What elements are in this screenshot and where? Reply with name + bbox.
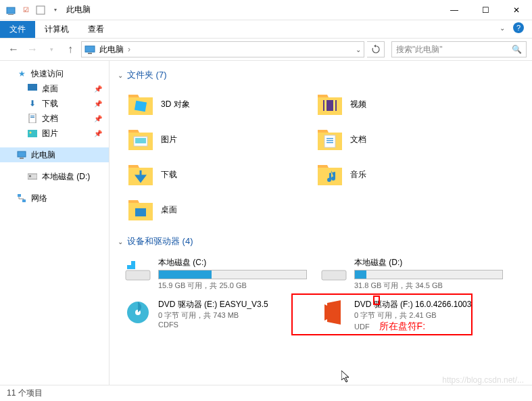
close-button[interactable]: ✕ xyxy=(501,0,532,20)
annotation-box xyxy=(291,293,473,335)
this-pc-icon xyxy=(16,149,27,160)
status-bar: 11 个项目 xyxy=(0,385,532,401)
desktop-icon xyxy=(27,83,38,94)
drive-fs: CDFS xyxy=(158,321,307,329)
minimize-button[interactable]: — xyxy=(439,0,470,20)
search-placeholder: 搜索"此电脑" xyxy=(396,44,443,55)
chevron-down-icon: ⌄ xyxy=(118,72,123,79)
drive-meta: 15.9 GB 可用，共 25.0 GB xyxy=(158,281,307,291)
drive-meta: 0 字节 可用，共 743 MB xyxy=(158,310,307,321)
drive-name: 本地磁盘 (D:) xyxy=(354,257,503,268)
svg-rect-23 xyxy=(324,135,335,147)
folder-icon xyxy=(316,91,343,118)
navigation-pane: ★ 快速访问 桌面 📌 ⬇ 下载 📌 文档 📌 图片 📌 此电脑 xyxy=(0,61,110,385)
window-title: 此电脑 xyxy=(66,4,91,16)
status-item-count: 11 个项目 xyxy=(7,387,43,399)
qat-new-icon[interactable] xyxy=(35,5,46,16)
sidebar-pictures[interactable]: 图片 📌 xyxy=(0,126,109,141)
download-icon: ⬇ xyxy=(27,98,38,109)
svg-rect-25 xyxy=(327,140,333,141)
svg-rect-19 xyxy=(324,100,327,111)
drive-c[interactable]: 本地磁盘 (C:) 15.9 GB 可用，共 25.0 GB xyxy=(118,253,314,295)
svg-rect-27 xyxy=(135,208,146,216)
recent-dropdown-icon[interactable]: ▾ xyxy=(43,41,59,57)
help-icon[interactable]: ? xyxy=(513,22,524,33)
maximize-button[interactable]: ☐ xyxy=(470,0,501,20)
folder-icon xyxy=(127,161,154,188)
address-dropdown-icon[interactable]: ⌄ xyxy=(356,46,361,53)
group-header-folders[interactable]: ⌄ 文件夹 (7) xyxy=(118,69,524,81)
svg-rect-28 xyxy=(126,270,150,280)
drive-usage-bar xyxy=(158,270,307,279)
drive-meta: 31.8 GB 可用，共 34.5 GB xyxy=(354,281,503,291)
tab-computer[interactable]: 计算机 xyxy=(35,21,78,38)
sidebar-desktop[interactable]: 桌面 📌 xyxy=(0,81,109,96)
svg-rect-14 xyxy=(29,175,31,177)
search-input[interactable]: 搜索"此电脑" 🔍 xyxy=(391,41,527,57)
disk-icon xyxy=(320,257,347,284)
main-area: ★ 快速访问 桌面 📌 ⬇ 下载 📌 文档 📌 图片 📌 此电脑 xyxy=(0,61,532,385)
folder-videos[interactable]: 视频 xyxy=(307,87,496,122)
svg-rect-8 xyxy=(30,117,34,118)
folder-documents[interactable]: 文档 xyxy=(307,122,496,157)
up-button[interactable]: ↑ xyxy=(62,41,78,57)
svg-rect-24 xyxy=(327,138,333,139)
search-icon[interactable]: 🔍 xyxy=(512,45,522,54)
cursor-icon xyxy=(341,371,352,384)
back-button[interactable]: ← xyxy=(5,41,22,57)
sidebar-local-d[interactable]: 本地磁盘 (D:) xyxy=(0,169,109,184)
group-header-devices[interactable]: ⌄ 设备和驱动器 (4) xyxy=(118,235,524,247)
breadcrumb-sep[interactable]: › xyxy=(128,45,130,54)
sidebar-quick-access[interactable]: ★ 快速访问 xyxy=(0,66,109,81)
svg-rect-17 xyxy=(135,101,147,112)
network-icon xyxy=(16,193,27,204)
this-pc-icon xyxy=(84,44,95,55)
folder-3d-objects[interactable]: 3D 对象 xyxy=(118,87,307,122)
drive-e[interactable]: DVD 驱动器 (E:) EASYU_V3.5 0 字节 可用，共 743 MB… xyxy=(118,295,314,337)
svg-rect-7 xyxy=(30,116,34,116)
window-controls: — ☐ ✕ xyxy=(439,0,532,20)
refresh-button[interactable] xyxy=(367,41,385,57)
svg-rect-9 xyxy=(28,130,37,137)
folder-music[interactable]: 音乐 xyxy=(307,157,496,192)
svg-rect-0 xyxy=(7,7,15,14)
address-bar[interactable]: 此电脑 › ⌄ xyxy=(81,41,364,57)
sidebar-documents[interactable]: 文档 📌 xyxy=(0,111,109,126)
folder-icon xyxy=(316,161,343,188)
drive-d[interactable]: 本地磁盘 (D:) 31.8 GB 可用，共 34.5 GB xyxy=(314,253,510,295)
document-icon xyxy=(27,113,38,124)
svg-rect-30 xyxy=(127,261,131,265)
tab-file[interactable]: 文件 xyxy=(0,21,35,38)
folder-pictures[interactable]: 图片 xyxy=(118,122,307,157)
breadcrumb-location[interactable]: 此电脑 xyxy=(99,44,124,55)
app-icon xyxy=(5,5,16,16)
pin-icon: 📌 xyxy=(94,115,102,122)
svg-rect-1 xyxy=(8,14,14,15)
quick-access-toolbar: ☑ ▾ xyxy=(0,5,61,16)
qat-dropdown-icon[interactable]: ▾ xyxy=(50,5,61,16)
svg-rect-22 xyxy=(135,138,146,143)
drive-usage-bar xyxy=(354,270,503,279)
sidebar-downloads[interactable]: ⬇ 下载 📌 xyxy=(0,96,109,111)
qat-properties-icon[interactable]: ☑ xyxy=(20,5,31,16)
folders-grid: 3D 对象 视频 图片 文档 下载 音乐 xyxy=(118,87,524,227)
svg-rect-6 xyxy=(29,114,36,123)
sidebar-this-pc[interactable]: 此电脑 xyxy=(0,147,109,162)
folder-downloads[interactable]: 下载 xyxy=(118,157,307,192)
folder-icon xyxy=(127,196,154,223)
tab-view[interactable]: 查看 xyxy=(78,21,114,38)
svg-rect-4 xyxy=(88,53,92,54)
forward-button[interactable]: → xyxy=(24,41,41,57)
picture-icon xyxy=(27,128,38,139)
svg-rect-31 xyxy=(322,270,346,280)
folder-desktop[interactable]: 桌面 xyxy=(118,192,307,227)
content-pane: ⌄ 文件夹 (7) 3D 对象 视频 图片 文档 下载 xyxy=(110,61,532,385)
collapse-ribbon-icon[interactable]: ⌄ xyxy=(500,24,505,32)
drive-icon xyxy=(27,171,38,182)
star-icon: ★ xyxy=(16,68,27,79)
svg-rect-26 xyxy=(327,142,333,143)
disk-icon xyxy=(124,257,151,284)
svg-rect-3 xyxy=(85,46,95,52)
sidebar-network[interactable]: 网络 xyxy=(0,191,109,206)
svg-rect-15 xyxy=(18,194,21,197)
